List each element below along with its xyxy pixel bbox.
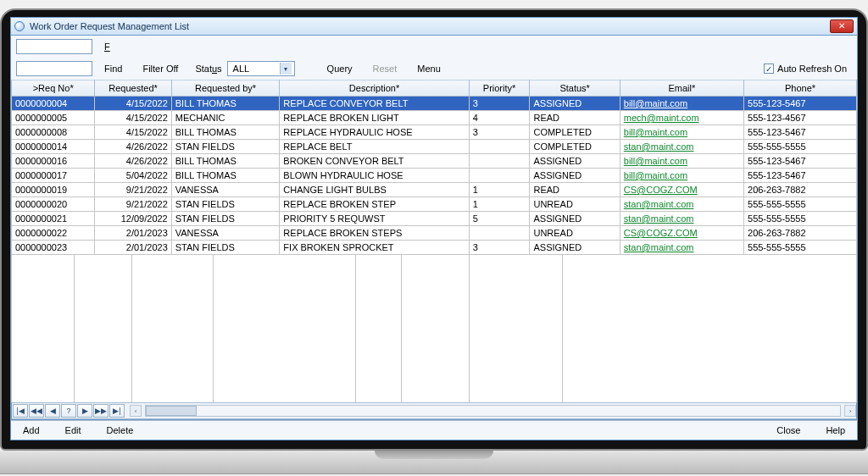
hscroll-left-button[interactable]: ‹ [130, 405, 142, 417]
cell-email[interactable]: stan@maint.com [620, 212, 743, 226]
email-link[interactable]: stan@maint.com [624, 242, 694, 252]
cell-requested[interactable]: 4/15/2022 [95, 111, 171, 125]
cell-priority[interactable] [469, 226, 530, 241]
table-row[interactable]: 00000000044/15/2022BILL THOMASREPLACE CO… [12, 97, 857, 111]
cell-description[interactable]: BLOWN HYDRAULIC HOSE [280, 169, 469, 183]
email-link[interactable]: mech@maint.com [624, 113, 699, 123]
cell-requested-by[interactable]: BILL THOMAS [171, 154, 280, 169]
cell-requested-by[interactable]: VANESSA [171, 226, 280, 241]
cell-priority[interactable]: 1 [469, 197, 530, 212]
cell-email[interactable]: CS@COGZ.COM [620, 226, 743, 241]
cell-requested-by[interactable]: BILL THOMAS [171, 97, 280, 111]
cell-priority[interactable]: 5 [469, 212, 530, 226]
cell-description[interactable]: REPLACE BELT [280, 140, 469, 154]
email-link[interactable]: bill@maint.com [624, 127, 687, 137]
cell-description[interactable]: CHANGE LIGHT BULBS [280, 183, 469, 197]
cell-requested[interactable]: 4/26/2022 [95, 154, 171, 169]
menu-button[interactable]: Menu [409, 62, 449, 75]
cell-status[interactable]: COMPLETED [530, 125, 620, 140]
cell-requested[interactable]: 4/15/2022 [95, 97, 171, 111]
table-row[interactable]: 00000000222/01/2023VANESSAREPLACE BROKEN… [12, 226, 857, 241]
cell-email[interactable]: mech@maint.com [620, 111, 743, 125]
cell-req-no[interactable]: 0000000023 [12, 241, 95, 255]
email-link[interactable]: CS@COGZ.COM [624, 185, 698, 195]
cell-requested[interactable]: 4/26/2022 [95, 140, 171, 154]
cell-status[interactable]: READ [530, 183, 620, 197]
nav-prev-button[interactable]: ◀ [45, 404, 60, 418]
col-header-status[interactable]: Status* [530, 80, 620, 97]
cell-req-no[interactable]: 0000000019 [12, 183, 95, 197]
col-header-phone[interactable]: Phone* [744, 80, 857, 97]
cell-email[interactable]: stan@maint.com [620, 197, 743, 212]
window-close-button[interactable]: ✕ [830, 19, 854, 33]
cell-phone[interactable]: 206-263-7882 [744, 183, 857, 197]
nav-next-button[interactable]: ▶ [77, 404, 92, 418]
table-row[interactable]: 00000000084/15/2022BILL THOMASREPLACE HY… [12, 125, 857, 140]
cell-req-no[interactable]: 0000000005 [12, 111, 95, 125]
cell-phone[interactable]: 555-555-5555 [744, 241, 857, 255]
col-header-priority[interactable]: Priority* [469, 80, 530, 97]
cell-status[interactable]: ASSIGNED [530, 169, 620, 183]
cell-email[interactable]: bill@maint.com [620, 97, 743, 111]
query-button[interactable]: Query [319, 62, 361, 75]
table-row[interactable]: 00000000175/04/2022BILL THOMASBLOWN HYDR… [12, 169, 857, 183]
cell-phone[interactable]: 555-555-5555 [744, 140, 857, 154]
search-input[interactable] [16, 61, 92, 76]
nav-first-button[interactable]: |◀ [13, 404, 28, 418]
cell-description[interactable]: FIX BROKEN SPROCKET [280, 241, 469, 255]
cell-requested[interactable]: 2/01/2023 [95, 226, 171, 241]
nav-prev-set-button[interactable]: ◀◀ [29, 404, 44, 418]
cell-email[interactable]: bill@maint.com [620, 125, 743, 140]
cell-req-no[interactable]: 0000000016 [12, 154, 95, 169]
col-header-email[interactable]: Email* [620, 80, 743, 97]
cell-req-no[interactable]: 0000000014 [12, 140, 95, 154]
cell-phone[interactable]: 555-123-5467 [744, 125, 857, 140]
cell-description[interactable]: REPLACE CONVEYOR BELT [280, 97, 469, 111]
email-link[interactable]: bill@maint.com [624, 156, 687, 166]
close-button[interactable]: Close [776, 425, 800, 435]
cell-description[interactable]: REPLACE BROKEN LIGHT [280, 111, 469, 125]
cell-priority[interactable]: 1 [469, 183, 530, 197]
cell-priority[interactable] [469, 169, 530, 183]
cell-req-no[interactable]: 0000000017 [12, 169, 95, 183]
status-select[interactable]: ALL ▾ [227, 61, 295, 76]
find-button[interactable]: FFind [96, 40, 119, 53]
cell-status[interactable]: READ [530, 111, 620, 125]
cell-description[interactable]: PRIORITY 5 REQUWST [280, 212, 469, 226]
cell-email[interactable]: stan@maint.com [620, 140, 743, 154]
add-button[interactable]: Add [23, 425, 40, 435]
cell-requested[interactable]: 2/01/2023 [95, 241, 171, 255]
cell-req-no[interactable]: 0000000021 [12, 212, 95, 226]
cell-email[interactable]: bill@maint.com [620, 154, 743, 169]
cell-description[interactable]: REPLACE HYDRAULIC HOSE [280, 125, 469, 140]
cell-requested[interactable]: 12/09/2022 [95, 212, 171, 226]
email-link[interactable]: CS@COGZ.COM [624, 228, 698, 238]
cell-description[interactable]: REPLACE BROKEN STEP [280, 197, 469, 212]
cell-status[interactable]: UNREAD [530, 226, 620, 241]
cell-requested-by[interactable]: MECHANIC [171, 111, 280, 125]
cell-description[interactable]: REPLACE BROKEN STEPS [280, 226, 469, 241]
cell-priority[interactable]: 4 [469, 111, 530, 125]
cell-requested-by[interactable]: STAN FIELDS [171, 140, 280, 154]
cell-phone[interactable]: 555-555-5555 [744, 197, 857, 212]
cell-priority[interactable]: 3 [469, 241, 530, 255]
cell-req-no[interactable]: 0000000020 [12, 197, 95, 212]
email-link[interactable]: stan@maint.com [624, 141, 694, 152]
table-row[interactable]: 00000000144/26/2022STAN FIELDSREPLACE BE… [12, 140, 857, 154]
cell-phone[interactable]: 555-123-5467 [744, 97, 857, 111]
table-row[interactable]: 00000000199/21/2022VANESSACHANGE LIGHT B… [12, 183, 857, 197]
cell-priority[interactable] [469, 140, 530, 154]
col-header-requested-by[interactable]: Requested by* [171, 80, 280, 97]
filter-off-button[interactable]: Filter Off [134, 62, 186, 75]
cell-status[interactable]: ASSIGNED [530, 212, 620, 226]
help-button[interactable]: Help [826, 425, 845, 435]
cell-requested[interactable]: 5/04/2022 [95, 169, 171, 183]
cell-email[interactable]: stan@maint.com [620, 241, 743, 255]
cell-status[interactable]: UNREAD [530, 197, 620, 212]
table-row[interactable]: 000000002112/09/2022STAN FIELDSPRIORITY … [12, 212, 857, 226]
email-link[interactable]: stan@maint.com [624, 199, 694, 209]
cell-status[interactable]: COMPLETED [530, 140, 620, 154]
nav-next-set-button[interactable]: ▶▶ [93, 404, 108, 418]
cell-requested-by[interactable]: VANESSA [171, 183, 280, 197]
scrollbar-thumb[interactable] [146, 406, 197, 416]
